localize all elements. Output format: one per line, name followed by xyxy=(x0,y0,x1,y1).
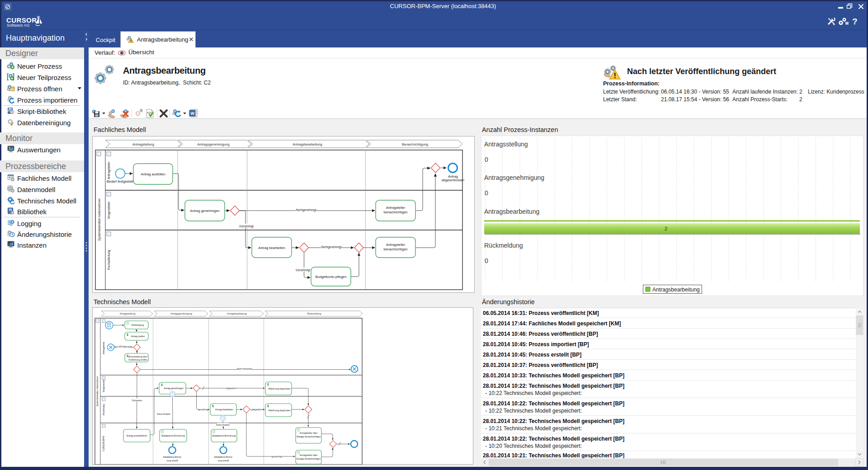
svg-text:Antragsbearbeitung: Antragsbearbeitung xyxy=(484,208,539,215)
svg-text:Antragsteller über: Antragsteller über xyxy=(300,432,318,434)
svg-text:Genehmigt: Genehmigt xyxy=(296,268,310,272)
svg-text:Antragsteller: Antragsteller xyxy=(386,206,406,210)
svg-text:Ablehnung begründen: Ablehnung begründen xyxy=(268,409,290,412)
svg-text:Nichtgenehmigt: Nichtgenehmigt xyxy=(296,208,316,212)
svg-text:Nicht fortsetzen: Nicht fortsetzen xyxy=(237,368,252,370)
svg-text:Antragstellung: Antragstellung xyxy=(132,142,154,146)
svg-text:Vorgesetzter: Vorgesetzter xyxy=(102,380,105,392)
svg-text:Rückmeldung: Rückmeldung xyxy=(484,242,523,249)
svg-text:Antragsbearbeitung: Antragsbearbeitung xyxy=(652,287,700,293)
svg-text:Antragsgenehmigung: Antragsgenehmigung xyxy=(197,142,229,146)
svg-text:W: W xyxy=(191,111,195,116)
svg-text:rung erstellt: rung erstellt xyxy=(166,460,178,462)
svg-text:Antragsteller über: Antragsteller über xyxy=(300,454,318,456)
svg-text:Vorbelegung: Vorbelegung xyxy=(131,324,144,326)
svg-text:Benachrichtigung: Benachrichtigung xyxy=(402,142,428,146)
svg-text:genehmigt: genehmigt xyxy=(198,409,209,411)
svg-text:Fortsetzen: Fortsetzen xyxy=(132,400,142,402)
svg-text:0: 0 xyxy=(485,257,488,264)
svg-text:Antragsgenehmigung: Antragsgenehmigung xyxy=(170,312,192,315)
svg-text:Entscheidung über: Entscheidung über xyxy=(128,355,147,358)
svg-text:Genehmigt: Genehmigt xyxy=(239,225,254,228)
svg-text:Antragsstellung: Antragsstellung xyxy=(484,141,528,148)
svg-text:Antragsteller: Antragsteller xyxy=(386,243,406,247)
svg-text:Systembetreiber-Unternehmer: Systembetreiber-Unternehmer xyxy=(96,376,99,406)
svg-text:Fortführung treffen: Fortführung treffen xyxy=(128,358,147,361)
svg-text:Eskalations-Erinne: Eskalations-Erinne xyxy=(163,456,181,458)
svg-text:Ablehnung begründen: Ablehnung begründen xyxy=(268,387,290,390)
svg-text:Budgetkonto pflegen: Budgetkonto pflegen xyxy=(316,275,347,279)
svg-text:Eskalations-Erinnerung: Eskalations-Erinnerung xyxy=(161,434,185,437)
svg-text:Nichtgenehmigt: Nichtgenehmigt xyxy=(321,245,341,249)
svg-text:0: 0 xyxy=(485,156,488,163)
svg-text:0: 0 xyxy=(485,189,488,197)
svg-text:Antrag protokollieren: Antrag protokollieren xyxy=(126,434,147,437)
svg-text:Keine Antwort: Keine Antwort xyxy=(157,413,170,415)
svg-text:Antrag ausfüllen: Antrag ausfüllen xyxy=(141,172,165,176)
svg-text:Antragsgenehmigung: Antragsgenehmigung xyxy=(484,174,544,181)
svg-text:genehmigt: genehmigt xyxy=(272,456,282,458)
svg-text:benachrichtigen: benachrichtigen xyxy=(384,247,408,251)
svg-text:abgelehnt: abgelehnt xyxy=(253,409,263,411)
svg-text:rung erstellt: rung erstellt xyxy=(217,460,229,462)
svg-text:Systembetreiber-Unternehmer: Systembetreiber-Unternehmer xyxy=(98,198,101,241)
svg-text:Antrag genehmigen: Antrag genehmigen xyxy=(164,387,184,390)
svg-text:Antrag bearbeiten: Antrag bearbeiten xyxy=(258,246,285,250)
svg-text:Eskalations-Erinne: Eskalations-Erinne xyxy=(214,456,232,458)
svg-text:Kein AP-Datensatz: Kein AP-Datensatz xyxy=(114,346,132,348)
svg-text:Zusage benachrichtigen: Zusage benachrichtigen xyxy=(297,457,321,460)
svg-text:Antrag bearbeiten: Antrag bearbeiten xyxy=(215,408,233,411)
svg-text:Antragsbearbeitung: Antragsbearbeitung xyxy=(227,312,247,315)
svg-text:Antrag stellen: Antrag stellen xyxy=(131,335,145,338)
svg-text:benachrichtigen: benachrichtigen xyxy=(384,210,408,214)
svg-text:abgelehnt: abgelehnt xyxy=(226,387,236,390)
svg-text:Antragsstellung: Antragsstellung xyxy=(120,312,136,315)
svg-text:?: ? xyxy=(852,17,858,26)
svg-text:Antragsbearbeitung: Antragsbearbeitung xyxy=(292,142,322,146)
svg-text:Antrag genehmigen: Antrag genehmigen xyxy=(190,209,219,213)
svg-text:Bedarf festgestellt: Bedarf festgestellt xyxy=(107,179,134,183)
svg-text:Antragsteller: Antragsteller xyxy=(107,161,111,179)
svg-text:Antragsteller: Antragsteller xyxy=(102,342,105,354)
svg-text:Vorgesetzter: Vorgesetzter xyxy=(107,201,111,219)
svg-text:abgeschlossen: abgeschlossen xyxy=(442,178,464,182)
svg-text:Rückmeldung: Rückmeldung xyxy=(307,312,321,315)
svg-text:2: 2 xyxy=(665,226,667,231)
svg-text:Eskalations-Erinnerung: Eskalations-Erinnerung xyxy=(212,434,236,437)
svg-text:Keine Antwort: Keine Antwort xyxy=(216,424,230,426)
svg-text:Anweisung: Anweisung xyxy=(102,404,105,416)
svg-text:CURSOR-BPM: CURSOR-BPM xyxy=(102,436,105,451)
svg-text:Fachabteilung: Fachabteilung xyxy=(107,250,111,270)
svg-text:Absage benachrichtigen: Absage benachrichtigen xyxy=(297,435,321,438)
